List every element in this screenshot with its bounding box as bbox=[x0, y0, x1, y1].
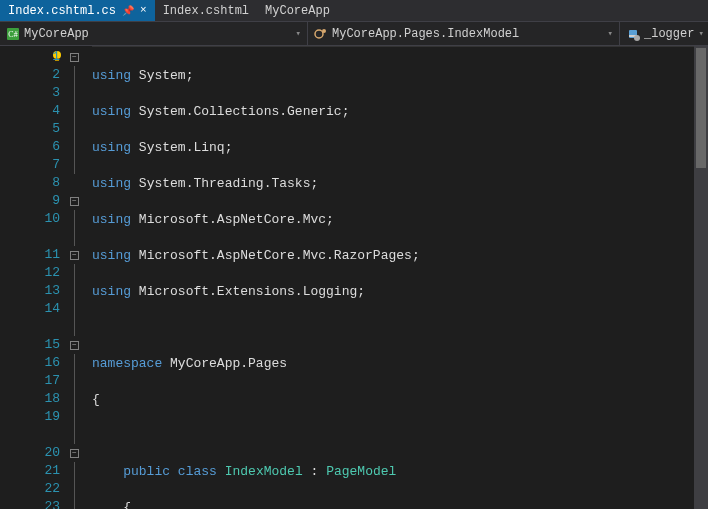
nav-project-label: MyCoreApp bbox=[24, 27, 89, 41]
svg-point-6 bbox=[634, 35, 640, 41]
line-number-gutter: 1 2 3 4 5 6 7 8 9 10 11 12 13 14 15 16 1… bbox=[0, 46, 70, 509]
line-number: 21 bbox=[0, 462, 60, 480]
line-number: 11 bbox=[0, 246, 60, 264]
line-number: 5 bbox=[0, 120, 60, 138]
line-number: 20 bbox=[0, 444, 60, 462]
fold-toggle[interactable]: − bbox=[70, 251, 79, 260]
fold-toggle[interactable]: − bbox=[70, 449, 79, 458]
code-editor[interactable]: 1 2 3 4 5 6 7 8 9 10 11 12 13 14 15 16 1… bbox=[0, 46, 708, 509]
line-number: 10 bbox=[0, 210, 60, 228]
tab-bar: Index.cshtml.cs 📌 × Index.cshtml MyCoreA… bbox=[0, 0, 708, 22]
svg-text:C#: C# bbox=[8, 30, 17, 39]
field-icon bbox=[626, 27, 640, 41]
nav-class-dropdown[interactable]: MyCoreApp.Pages.IndexModel ▾ bbox=[308, 22, 620, 45]
line-number: 2 bbox=[0, 66, 60, 84]
fold-toggle[interactable]: − bbox=[70, 197, 79, 206]
line-number: 1 bbox=[0, 48, 60, 66]
chevron-down-icon: ▾ bbox=[608, 28, 613, 39]
line-number: 9 bbox=[0, 192, 60, 210]
fold-toggle[interactable]: − bbox=[70, 341, 79, 350]
line-number: 18 bbox=[0, 390, 60, 408]
line-number: 12 bbox=[0, 264, 60, 282]
chevron-down-icon: ▾ bbox=[698, 28, 703, 39]
nav-project-dropdown[interactable]: C# MyCoreApp ▾ bbox=[0, 22, 308, 45]
navigation-bar: C# MyCoreApp ▾ MyCoreApp.Pages.IndexMode… bbox=[0, 22, 708, 46]
class-icon bbox=[314, 27, 328, 41]
svg-point-2 bbox=[315, 30, 323, 38]
line-number: 19 bbox=[0, 408, 60, 426]
line-number: 22 bbox=[0, 480, 60, 498]
tab-label: MyCoreApp bbox=[265, 4, 330, 18]
tab-index-cshtml[interactable]: Index.cshtml bbox=[155, 0, 257, 21]
tab-label: Index.cshtml bbox=[163, 4, 249, 18]
fold-toggle[interactable]: − bbox=[70, 53, 79, 62]
nav-class-label: MyCoreApp.Pages.IndexModel bbox=[332, 27, 519, 41]
tab-index-cshtml-cs[interactable]: Index.cshtml.cs 📌 × bbox=[0, 0, 155, 21]
close-icon[interactable]: × bbox=[140, 5, 147, 16]
line-number: 7 bbox=[0, 156, 60, 174]
nav-member-label: _logger bbox=[644, 27, 694, 41]
line-number: 3 bbox=[0, 84, 60, 102]
line-number: 6 bbox=[0, 138, 60, 156]
line-number: 13 bbox=[0, 282, 60, 300]
pin-icon[interactable]: 📌 bbox=[122, 5, 134, 17]
line-number: 17 bbox=[0, 372, 60, 390]
line-number: 14 bbox=[0, 300, 60, 318]
line-number: 4 bbox=[0, 102, 60, 120]
line-number: 8 bbox=[0, 174, 60, 192]
line-number: 15 bbox=[0, 336, 60, 354]
nav-member-dropdown[interactable]: _logger ▾ bbox=[620, 22, 708, 45]
vertical-scrollbar[interactable] bbox=[694, 46, 708, 509]
svg-point-3 bbox=[322, 29, 326, 33]
tab-label: Index.cshtml.cs bbox=[8, 4, 116, 18]
scrollbar-thumb[interactable] bbox=[696, 48, 706, 168]
code-area[interactable]: using System; using System.Collections.G… bbox=[92, 46, 708, 509]
chevron-down-icon: ▾ bbox=[296, 28, 301, 39]
line-number: 23 bbox=[0, 498, 60, 509]
fold-gutter: − − − − − bbox=[70, 46, 92, 509]
csharp-project-icon: C# bbox=[6, 27, 20, 41]
tab-mycoreapp[interactable]: MyCoreApp bbox=[257, 0, 338, 21]
line-number: 16 bbox=[0, 354, 60, 372]
